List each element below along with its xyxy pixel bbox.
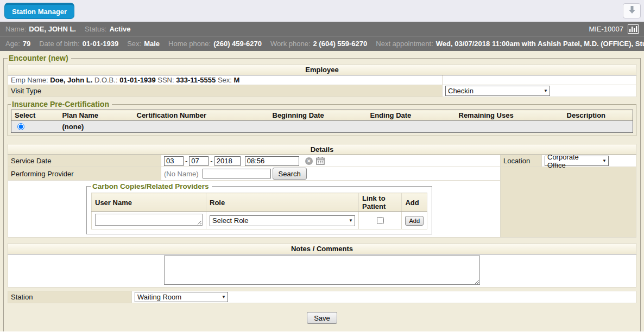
date-separator: - bbox=[210, 157, 212, 165]
sex-label: Sex: bbox=[127, 40, 141, 48]
provider-name-text: (No Name) bbox=[164, 170, 199, 178]
service-date-year-input[interactable] bbox=[214, 156, 241, 166]
service-date-cell: - - ✕ bbox=[161, 155, 501, 167]
col-ending-date: Ending Date bbox=[367, 110, 456, 121]
home-phone-label: Home phone: bbox=[168, 40, 211, 48]
visit-type-label: Visit Type bbox=[8, 85, 443, 97]
emp-name-label: Emp Name: bbox=[11, 76, 48, 84]
calendar-icon[interactable] bbox=[316, 157, 325, 165]
carbon-fieldset: Carbon Copies/Related Providers User Nam… bbox=[86, 182, 432, 234]
employee-table: Employee Emp Name: Doe, John L. D.O.B.: … bbox=[8, 64, 636, 97]
search-button[interactable]: Search bbox=[273, 168, 307, 180]
emp-dob-label: D.O.B.: bbox=[94, 76, 118, 84]
location-cell: Corporate Office ▼ bbox=[542, 155, 636, 167]
carbon-table: User Name Role Link to Patient Add bbox=[91, 193, 427, 229]
chevron-down-icon: ▼ bbox=[602, 158, 607, 163]
insurance-legend: Insurance Pre-Certification bbox=[11, 100, 112, 108]
bar-chart-icon[interactable] bbox=[628, 24, 639, 34]
role-select[interactable]: Select Role ▼ bbox=[210, 215, 355, 226]
service-date-label: Service Date bbox=[8, 155, 161, 167]
insurance-header-row: Select Plan Name Certification Number Be… bbox=[11, 110, 633, 121]
add-button[interactable]: Add bbox=[405, 216, 424, 226]
col-beginning-date: Beginning Date bbox=[269, 110, 367, 121]
date-separator: - bbox=[185, 157, 187, 165]
service-date-month-input[interactable] bbox=[164, 156, 184, 166]
details-header: Details bbox=[8, 144, 636, 155]
emp-name-value: Doe, John L. bbox=[50, 76, 92, 84]
station-select[interactable]: Waiting Room ▼ bbox=[135, 292, 228, 302]
save-button[interactable]: Save bbox=[307, 312, 337, 324]
notes-header: Notes / Comments bbox=[8, 244, 636, 254]
location-label: Location bbox=[501, 155, 542, 167]
visit-type-cell: Checkin ▼ bbox=[443, 85, 636, 97]
sex-value: Male bbox=[144, 40, 160, 48]
precert-row: (none) bbox=[11, 121, 633, 133]
col-certification-number: Certification Number bbox=[134, 110, 269, 121]
col-role: Role bbox=[206, 193, 359, 212]
username-textarea[interactable] bbox=[95, 214, 203, 226]
service-date-row: Service Date - - ✕ bbox=[8, 155, 636, 167]
col-link-to-patient: Link to Patient bbox=[359, 193, 402, 212]
employee-info-row: Emp Name: Doe, John L. D.O.B.: 01-01-193… bbox=[8, 75, 636, 85]
service-date-day-input[interactable] bbox=[189, 156, 209, 166]
location-select[interactable]: Corporate Office ▼ bbox=[545, 156, 609, 166]
patient-bar-primary: Name: DOE, JOHN L. Status: Active MIE-10… bbox=[0, 22, 644, 36]
top-bar: Station Manager bbox=[0, 0, 644, 22]
notes-textarea[interactable] bbox=[164, 256, 480, 285]
emp-ssn-value: 333-11-5555 bbox=[176, 76, 216, 84]
encounter-fieldset: Encounter (new) Employee Emp Name: Doe, … bbox=[3, 54, 641, 331]
link-cell bbox=[359, 212, 402, 229]
carbon-input-row: Select Role ▼ Add bbox=[92, 212, 427, 229]
work-phone-value: 2 (604) 559-6270 bbox=[313, 40, 368, 48]
insurance-fieldset: Insurance Pre-Certification Select Plan … bbox=[8, 100, 636, 136]
performing-provider-row: Performing Provider (No Name) Search bbox=[8, 167, 636, 181]
chevron-down-icon: ▼ bbox=[349, 218, 353, 223]
visit-type-select[interactable]: Checkin ▼ bbox=[445, 86, 550, 96]
employee-info-empty-cell bbox=[443, 75, 636, 85]
emp-sex-label: Sex: bbox=[218, 76, 232, 84]
station-manager-button[interactable]: Station Manager bbox=[4, 3, 74, 19]
username-cell bbox=[92, 212, 206, 229]
station-manager-label: Station Manager bbox=[12, 8, 67, 16]
precert-radio[interactable] bbox=[17, 123, 24, 130]
dob-value: 01-01-1939 bbox=[83, 40, 119, 48]
notes-cell bbox=[8, 254, 636, 288]
service-time-input[interactable] bbox=[245, 156, 299, 166]
download-button[interactable] bbox=[623, 3, 641, 18]
patient-id: MIE-10007 bbox=[589, 25, 623, 33]
notes-table: Notes / Comments bbox=[8, 243, 636, 288]
link-to-patient-checkbox[interactable] bbox=[377, 217, 384, 224]
carbon-cell: Carbon Copies/Related Providers User Nam… bbox=[8, 181, 501, 238]
station-row: Station Waiting Room ▼ bbox=[8, 291, 636, 303]
precert-radio-cell bbox=[11, 121, 59, 133]
insurance-table: Select Plan Name Certification Number Be… bbox=[11, 110, 633, 133]
col-plan-name: Plan Name bbox=[59, 110, 134, 121]
visit-type-value: Checkin bbox=[448, 87, 473, 95]
details-right-filler bbox=[501, 167, 636, 238]
chevron-down-icon: ▼ bbox=[222, 295, 226, 299]
employee-info-cell: Emp Name: Doe, John L. D.O.B.: 01-01-193… bbox=[8, 75, 443, 85]
next-appointment-value: Wed, 03/07/2018 11:00am with Ashish Pate… bbox=[436, 40, 644, 48]
home-phone-value: (260) 459-6270 bbox=[213, 40, 262, 48]
performing-provider-label: Performing Provider bbox=[8, 167, 161, 181]
col-remaining-uses: Remaining Uses bbox=[456, 110, 564, 121]
carbon-legend: Carbon Copies/Related Providers bbox=[91, 182, 212, 190]
details-table: Details Service Date - - ✕ bbox=[8, 144, 636, 238]
age-value: 79 bbox=[23, 40, 30, 48]
save-row: Save bbox=[8, 312, 636, 324]
clear-date-icon[interactable]: ✕ bbox=[305, 157, 313, 165]
plan-name-cell: (none) bbox=[59, 121, 134, 133]
download-icon bbox=[628, 5, 636, 16]
emp-dob-value: 01-01-1939 bbox=[119, 76, 156, 84]
station-label: Station bbox=[8, 291, 132, 303]
employee-header: Employee bbox=[8, 65, 636, 75]
role-value: Select Role bbox=[212, 216, 248, 225]
next-appointment-label: Next appointment: bbox=[376, 40, 433, 48]
carbon-header-row: User Name Role Link to Patient Add bbox=[92, 193, 427, 212]
emp-ssn-label: SSN: bbox=[157, 76, 174, 84]
location-value: Corporate Office bbox=[547, 153, 599, 169]
provider-search-input[interactable] bbox=[203, 169, 271, 178]
chevron-down-icon: ▼ bbox=[544, 88, 548, 93]
visit-type-row: Visit Type Checkin ▼ bbox=[8, 85, 636, 97]
page-body: Encounter (new) Employee Emp Name: Doe, … bbox=[0, 51, 644, 331]
